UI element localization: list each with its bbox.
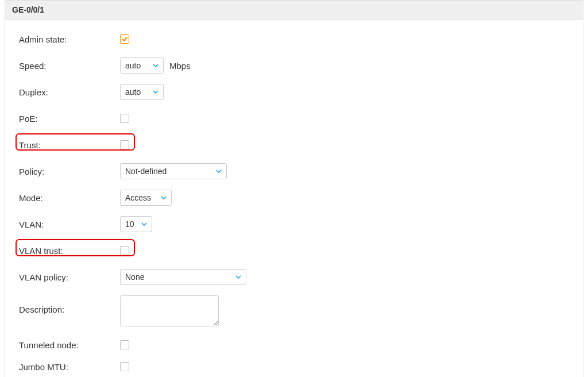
row-description: Description: bbox=[19, 295, 569, 326]
vlan-trust-checkbox[interactable] bbox=[120, 246, 129, 255]
trust-label: Trust: bbox=[19, 140, 120, 150]
vlan-label: VLAN: bbox=[19, 220, 120, 229]
vlan-trust-label: VLAN trust: bbox=[19, 246, 120, 256]
row-admin-state: Admin state: bbox=[19, 31, 569, 47]
row-trust: Trust: bbox=[19, 137, 569, 153]
vlan-policy-label: VLAN policy: bbox=[19, 272, 120, 282]
description-label: Description: bbox=[19, 295, 120, 314]
vlan-policy-value: None bbox=[125, 272, 144, 282]
poe-checkbox[interactable] bbox=[120, 114, 129, 123]
row-poe: PoE: bbox=[19, 110, 569, 126]
row-policy: Policy: Not-defined bbox=[19, 163, 569, 179]
duplex-value: auto bbox=[125, 87, 141, 97]
row-mode: Mode: Access bbox=[19, 190, 569, 206]
mode-label: Mode: bbox=[19, 193, 120, 203]
speed-label: Speed: bbox=[19, 61, 120, 71]
poe-label: PoE: bbox=[19, 114, 120, 124]
row-vlan-policy: VLAN policy: None bbox=[19, 269, 569, 285]
chevron-down-icon bbox=[161, 196, 167, 199]
trust-checkbox[interactable] bbox=[120, 140, 129, 149]
chevron-down-icon bbox=[235, 275, 241, 279]
chevron-down-icon bbox=[141, 222, 147, 226]
jumbo-checkbox[interactable] bbox=[120, 362, 129, 371]
row-duplex: Duplex: auto bbox=[19, 84, 569, 100]
vlan-value: 10 bbox=[125, 220, 134, 229]
policy-select[interactable]: Not-defined bbox=[120, 163, 227, 179]
vlan-select[interactable]: 10 bbox=[120, 216, 152, 232]
description-textarea[interactable] bbox=[120, 295, 219, 326]
chevron-down-icon bbox=[216, 170, 222, 173]
row-vlan: VLAN: 10 bbox=[19, 216, 569, 232]
policy-label: Policy: bbox=[19, 167, 120, 176]
row-vlan-trust: VLAN trust: bbox=[19, 243, 569, 259]
admin-state-checkbox[interactable] bbox=[120, 34, 129, 44]
policy-value: Not-defined bbox=[125, 167, 167, 176]
speed-unit: Mbps bbox=[169, 61, 191, 71]
mode-select[interactable]: Access bbox=[120, 190, 172, 206]
speed-value: auto bbox=[125, 61, 141, 70]
vlan-policy-select[interactable]: None bbox=[120, 269, 246, 285]
tunneled-checkbox[interactable] bbox=[120, 340, 129, 349]
admin-state-label: Admin state: bbox=[19, 34, 120, 44]
row-speed: Speed: auto Mbps bbox=[19, 57, 569, 74]
row-jumbo: Jumbo MTU: bbox=[19, 359, 569, 375]
chevron-down-icon bbox=[153, 64, 158, 67]
duplex-label: Duplex: bbox=[19, 87, 120, 97]
duplex-select[interactable]: auto bbox=[120, 84, 164, 100]
tunneled-label: Tunneled node: bbox=[19, 340, 120, 350]
speed-select[interactable]: auto bbox=[120, 57, 164, 74]
mode-value: Access bbox=[125, 193, 151, 202]
panel-title: GE-0/0/1 bbox=[5, 1, 583, 20]
panel-body: Admin state: Speed: auto Mbps Duplex: bbox=[5, 20, 583, 377]
interface-config-panel: GE-0/0/1 Admin state: Speed: auto Mbps D… bbox=[5, 0, 583, 377]
jumbo-label: Jumbo MTU: bbox=[19, 362, 120, 372]
chevron-down-icon bbox=[153, 90, 158, 94]
row-tunneled: Tunneled node: bbox=[19, 337, 569, 353]
